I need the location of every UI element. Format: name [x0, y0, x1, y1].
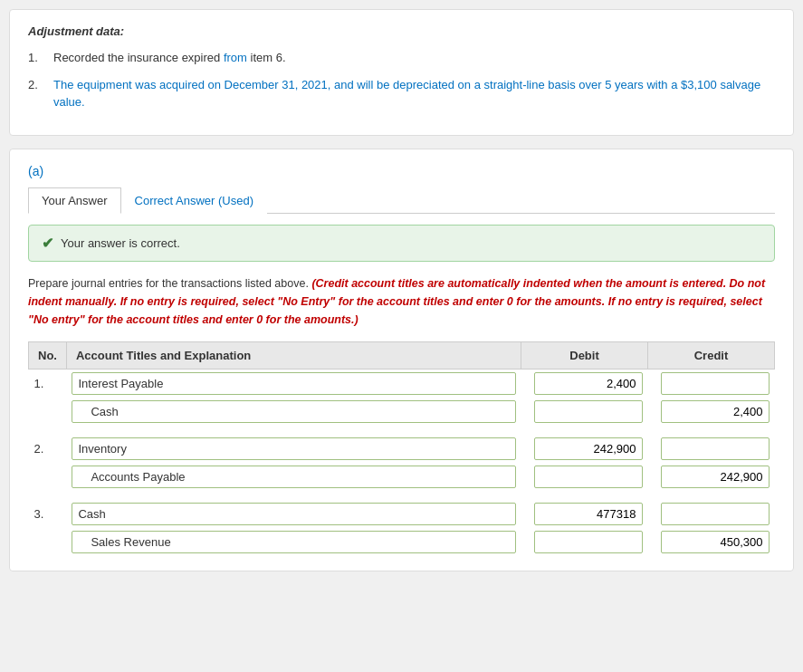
- col-debit: Debit: [521, 341, 648, 369]
- check-icon: ✔: [42, 235, 53, 252]
- entry-1-debit-2-cell: [521, 398, 648, 426]
- entry-1-debit-1[interactable]: [534, 372, 643, 395]
- tab-your-answer-label: Your Answer: [42, 194, 108, 207]
- adjustment-title: Adjustment data:: [28, 24, 775, 38]
- entry-3-row-1: 3.: [29, 500, 775, 528]
- entry-1-row-2: [29, 398, 775, 426]
- entry-1-credit-1[interactable]: [661, 372, 770, 395]
- entry-3-row-2: [29, 528, 775, 556]
- entry-2-account-2-cell: [66, 463, 521, 491]
- tabs-header: Your Answer Correct Answer (Used): [28, 187, 775, 214]
- entry-2-account-1[interactable]: [72, 437, 515, 460]
- entry-1-credit-2-cell: [648, 398, 775, 426]
- col-account: Account Titles and Explanation: [66, 341, 521, 369]
- entry-2-account-1-cell: [66, 435, 521, 463]
- adjustment-list: 1. Recorded the insurance expired from i…: [28, 49, 775, 111]
- section-a-card: (a) Your Answer Correct Answer (Used) ✔ …: [9, 149, 794, 571]
- entry-2-debit-2[interactable]: [534, 466, 643, 488]
- entry-3-credit-2-cell: [648, 528, 775, 556]
- entry-2-credit-2[interactable]: [661, 466, 770, 488]
- entry-3-account-1[interactable]: [72, 503, 515, 525]
- entry-1-account-1-cell: [66, 369, 521, 398]
- entry-3-credit-2[interactable]: [661, 531, 770, 553]
- entry-3-account-2-cell: [66, 528, 521, 556]
- entry-2-credit-1[interactable]: [661, 437, 770, 460]
- col-no: No.: [29, 341, 67, 369]
- adj-text-2: The equipment was acquired on December 3…: [53, 76, 775, 111]
- entry-3-num: 3.: [29, 500, 67, 528]
- adj-text-1-blue: from: [224, 51, 247, 64]
- instruction-normal: Prepare journal entries for the transact…: [28, 277, 311, 290]
- entry-2-num-empty: [29, 463, 67, 491]
- instruction-text: Prepare journal entries for the transact…: [28, 274, 775, 329]
- section-a-label: (a): [28, 164, 775, 178]
- entry-2-row-2: [29, 463, 775, 491]
- entry-3-account-2[interactable]: [72, 531, 515, 553]
- entry-2-debit-1[interactable]: [534, 437, 643, 460]
- entry-3-credit-1[interactable]: [661, 503, 770, 525]
- entry-1-row-1: 1.: [29, 369, 775, 398]
- adjustment-data-card: Adjustment data: 1. Recorded the insuran…: [9, 9, 794, 136]
- entry-3-debit-2-cell: [521, 528, 648, 556]
- entry-1-num: 1.: [29, 369, 67, 398]
- entry-1-debit-2[interactable]: [534, 400, 643, 423]
- adj-text-1: Recorded the insurance expired from item…: [53, 49, 286, 67]
- entry-2-debit-2-cell: [521, 463, 648, 491]
- entry-1-account-2-cell: [66, 398, 521, 426]
- journal-table: No. Account Titles and Explanation Debit…: [28, 341, 775, 556]
- entry-1-account-2[interactable]: [72, 400, 515, 423]
- entry-2-row-1: 2.: [29, 435, 775, 463]
- entry-1-num-empty: [29, 398, 67, 426]
- adj-num-2: 2.: [28, 76, 44, 111]
- entry-3-account-1-cell: [66, 500, 521, 528]
- correct-banner: ✔ Your answer is correct.: [28, 225, 775, 262]
- entry-1-account-1[interactable]: [72, 372, 515, 395]
- entry-2-credit-2-cell: [648, 463, 775, 491]
- entry-3-debit-1-cell: [521, 500, 648, 528]
- correct-banner-text: Your answer is correct.: [61, 236, 180, 250]
- entry-1-credit-2[interactable]: [661, 400, 770, 423]
- entry-3-debit-1[interactable]: [534, 503, 643, 525]
- separator-1: [29, 426, 775, 435]
- adjustment-item-2: 2. The equipment was acquired on Decembe…: [28, 76, 775, 111]
- entry-2-credit-1-cell: [648, 435, 775, 463]
- tab-correct-answer-label: Correct Answer (Used): [135, 194, 253, 207]
- entry-2-debit-1-cell: [521, 435, 648, 463]
- entry-3-debit-2[interactable]: [534, 531, 643, 553]
- entry-2-account-2[interactable]: [72, 466, 515, 488]
- entry-1-credit-1-cell: [648, 369, 775, 398]
- entry-1-debit-1-cell: [521, 369, 648, 398]
- tab-your-answer[interactable]: Your Answer: [28, 187, 121, 214]
- entry-2-num: 2.: [29, 435, 67, 463]
- separator-2: [29, 491, 775, 500]
- adjustment-item-1: 1. Recorded the insurance expired from i…: [28, 49, 775, 67]
- col-credit: Credit: [648, 341, 775, 369]
- entry-3-credit-1-cell: [648, 500, 775, 528]
- tab-correct-answer[interactable]: Correct Answer (Used): [121, 187, 267, 214]
- adj-num-1: 1.: [28, 49, 44, 67]
- entry-3-num-empty: [29, 528, 67, 556]
